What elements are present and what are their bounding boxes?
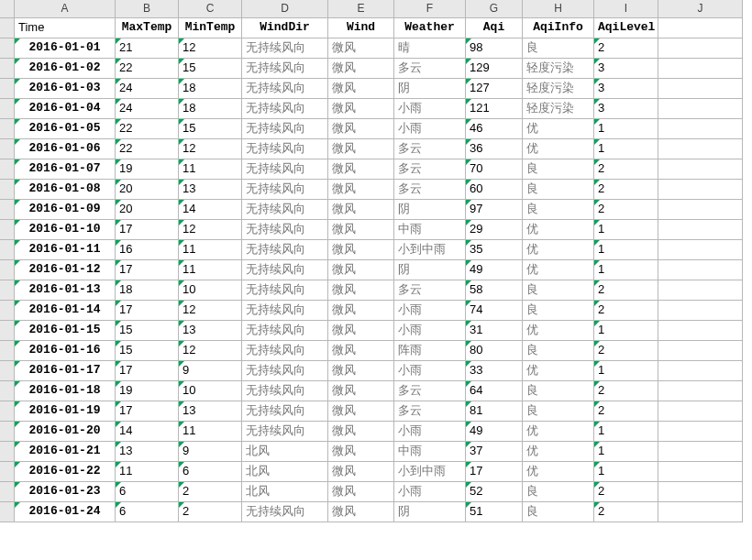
data-cell[interactable]: 微风 — [328, 341, 394, 361]
data-cell[interactable]: 12 — [179, 301, 242, 321]
data-cell[interactable]: 10 — [179, 280, 242, 301]
empty-cell[interactable] — [658, 401, 743, 422]
data-cell[interactable]: 2016-01-22 — [15, 462, 116, 482]
data-cell[interactable]: 轻度污染 — [523, 99, 594, 119]
data-cell[interactable]: 49 — [466, 422, 523, 442]
row-header[interactable] — [0, 442, 15, 462]
empty-cell[interactable] — [658, 159, 743, 180]
data-cell[interactable]: 优 — [523, 321, 594, 341]
data-cell[interactable]: 中雨 — [394, 442, 466, 462]
data-cell[interactable]: 微风 — [328, 260, 394, 280]
data-cell[interactable]: 2 — [179, 482, 242, 502]
column-header[interactable]: F — [394, 0, 466, 18]
data-cell[interactable]: 9 — [179, 361, 242, 381]
column-header[interactable]: B — [116, 0, 179, 18]
data-cell[interactable]: 80 — [466, 341, 523, 361]
corner-cell[interactable] — [0, 0, 15, 18]
data-cell[interactable]: 微风 — [328, 321, 394, 341]
data-cell[interactable]: 微风 — [328, 422, 394, 442]
data-cell[interactable]: 1 — [594, 220, 658, 240]
data-cell[interactable]: 2016-01-20 — [15, 422, 116, 442]
data-cell[interactable]: 微风 — [328, 59, 394, 79]
data-cell[interactable]: 127 — [466, 79, 523, 99]
data-cell[interactable]: 3 — [594, 59, 658, 79]
data-cell[interactable]: 优 — [523, 220, 594, 240]
data-cell[interactable]: 11 — [179, 422, 242, 442]
header-cell[interactable]: MaxTemp — [116, 18, 179, 38]
row-header[interactable] — [0, 220, 15, 240]
data-cell[interactable]: 17 — [116, 401, 179, 422]
column-header[interactable]: C — [179, 0, 242, 18]
data-cell[interactable]: 微风 — [328, 401, 394, 422]
data-cell[interactable]: 阵雨 — [394, 341, 466, 361]
empty-cell[interactable] — [658, 59, 743, 79]
empty-cell[interactable] — [658, 462, 743, 482]
data-cell[interactable]: 良 — [523, 401, 594, 422]
data-cell[interactable]: 58 — [466, 280, 523, 301]
data-cell[interactable]: 2016-01-08 — [15, 180, 116, 200]
data-cell[interactable]: 无持续风向 — [242, 321, 328, 341]
data-cell[interactable]: 51 — [466, 502, 523, 522]
data-cell[interactable]: 49 — [466, 260, 523, 280]
data-cell[interactable]: 2016-01-11 — [15, 240, 116, 260]
column-header[interactable]: E — [328, 0, 394, 18]
data-cell[interactable]: 无持续风向 — [242, 59, 328, 79]
data-cell[interactable]: 81 — [466, 401, 523, 422]
data-cell[interactable]: 9 — [179, 442, 242, 462]
data-cell[interactable]: 2 — [594, 38, 658, 59]
data-cell[interactable]: 33 — [466, 361, 523, 381]
empty-cell[interactable] — [658, 220, 743, 240]
data-cell[interactable]: 小雨 — [394, 482, 466, 502]
data-cell[interactable]: 22 — [116, 119, 179, 139]
header-cell[interactable]: WindDir — [242, 18, 328, 38]
data-cell[interactable]: 21 — [116, 38, 179, 59]
data-cell[interactable]: 129 — [466, 59, 523, 79]
data-cell[interactable]: 中雨 — [394, 220, 466, 240]
data-cell[interactable]: 小雨 — [394, 422, 466, 442]
row-header[interactable] — [0, 99, 15, 119]
row-header[interactable] — [0, 38, 15, 59]
data-cell[interactable]: 无持续风向 — [242, 38, 328, 59]
data-cell[interactable]: 良 — [523, 38, 594, 59]
data-cell[interactable]: 无持续风向 — [242, 401, 328, 422]
header-cell[interactable]: Time — [15, 18, 116, 38]
data-cell[interactable]: 无持续风向 — [242, 200, 328, 220]
header-cell[interactable]: AqiLevel — [594, 18, 658, 38]
data-cell[interactable]: 无持续风向 — [242, 99, 328, 119]
data-cell[interactable]: 52 — [466, 482, 523, 502]
data-cell[interactable]: 微风 — [328, 502, 394, 522]
data-cell[interactable]: 24 — [116, 79, 179, 99]
data-cell[interactable]: 16 — [116, 240, 179, 260]
data-cell[interactable]: 97 — [466, 200, 523, 220]
empty-cell[interactable] — [658, 482, 743, 502]
data-cell[interactable]: 13 — [179, 180, 242, 200]
data-cell[interactable]: 1 — [594, 119, 658, 139]
data-cell[interactable]: 北风 — [242, 442, 328, 462]
data-cell[interactable]: 微风 — [328, 361, 394, 381]
data-cell[interactable]: 6 — [116, 502, 179, 522]
data-cell[interactable]: 微风 — [328, 442, 394, 462]
data-cell[interactable]: 2016-01-04 — [15, 99, 116, 119]
data-cell[interactable]: 微风 — [328, 301, 394, 321]
data-cell[interactable]: 31 — [466, 321, 523, 341]
data-cell[interactable]: 22 — [116, 139, 179, 159]
column-header[interactable]: H — [523, 0, 594, 18]
data-cell[interactable]: 微风 — [328, 99, 394, 119]
data-cell[interactable]: 无持续风向 — [242, 301, 328, 321]
row-header[interactable] — [0, 180, 15, 200]
empty-cell[interactable] — [658, 321, 743, 341]
row-header[interactable] — [0, 260, 15, 280]
data-cell[interactable]: 13 — [116, 442, 179, 462]
row-header[interactable] — [0, 482, 15, 502]
data-cell[interactable]: 微风 — [328, 79, 394, 99]
data-cell[interactable]: 2016-01-21 — [15, 442, 116, 462]
data-cell[interactable]: 6 — [179, 462, 242, 482]
header-cell[interactable]: Aqi — [466, 18, 523, 38]
data-cell[interactable]: 良 — [523, 280, 594, 301]
data-cell[interactable]: 15 — [179, 119, 242, 139]
row-header[interactable] — [0, 159, 15, 180]
data-cell[interactable]: 小雨 — [394, 301, 466, 321]
data-cell[interactable]: 无持续风向 — [242, 341, 328, 361]
data-cell[interactable]: 12 — [179, 341, 242, 361]
row-header[interactable] — [0, 301, 15, 321]
